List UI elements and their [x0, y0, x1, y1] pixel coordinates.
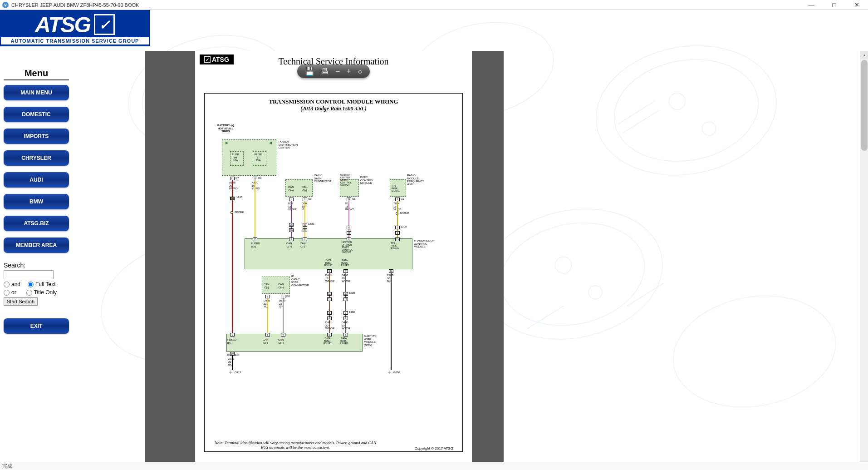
svg-point-12	[669, 93, 685, 109]
splice-sp2284	[230, 211, 233, 214]
start-search-button[interactable]: Start Search	[4, 297, 38, 306]
member-area-button[interactable]: MEMBER AREA	[4, 237, 69, 253]
svg-line-18	[527, 306, 564, 329]
logo-text: ATSG ✓	[35, 12, 115, 37]
fulltext-radio[interactable]	[28, 282, 34, 287]
copyright: Copyright © 2017 ATSG	[415, 446, 453, 450]
diagram-title: TRANSMISSION CONTROL MODULE WIRING	[208, 98, 459, 105]
diagram-subtitle: (2013 Dodge Ram 1500 3.6L)	[208, 105, 459, 112]
scroll-up-icon[interactable]: ▴	[860, 51, 868, 59]
window-controls: — ◻ ✕	[802, 1, 866, 8]
domestic-button[interactable]: DOMESTIC	[4, 107, 69, 122]
svg-line-19	[627, 283, 663, 306]
maximize-button[interactable]: ◻	[825, 1, 843, 8]
imports-button[interactable]: IMPORTS	[4, 129, 69, 144]
checkmark-icon: ✓	[204, 56, 211, 63]
or-radio[interactable]	[4, 290, 10, 296]
and-radio[interactable]	[4, 282, 10, 287]
search-input[interactable]	[4, 270, 54, 279]
pdf-toolbar: 💾 🖶 − + ⟐	[297, 64, 370, 78]
svg-point-14	[555, 257, 572, 273]
zoom-in-icon[interactable]: +	[347, 67, 352, 76]
title-bar: V CHRYSLER JEEP AUDI BMW ZF8HP45-55-70-9…	[0, 0, 868, 10]
svg-line-17	[623, 110, 659, 133]
doc-brand-badge: ✓ ATSG	[200, 54, 234, 64]
svg-point-15	[588, 286, 602, 299]
svg-line-16	[618, 101, 654, 124]
ground-icon: ⏚	[229, 369, 232, 374]
titleonly-radio[interactable]	[26, 290, 32, 296]
wire-yellow	[255, 180, 255, 238]
svg-point-4	[606, 49, 766, 173]
print-icon[interactable]: 🖶	[321, 67, 329, 76]
document-viewer: ✓ ATSG Technical Service Information 💾 🖶…	[145, 51, 504, 469]
brand-logo: ATSG ✓ AUTOMATIC TRANSMISSION SERVICE GR…	[0, 10, 150, 46]
search-section: Search: and Full Text or Title Only Star…	[4, 262, 69, 306]
search-label: Search:	[4, 262, 69, 269]
audi-button[interactable]: AUDI	[4, 172, 69, 188]
content-area: ✓ ATSG Technical Service Information 💾 🖶…	[73, 10, 868, 470]
wire-red	[232, 180, 233, 334]
status-bar: 完成	[0, 462, 868, 470]
doc-left-margin	[145, 51, 195, 469]
close-button[interactable]: ✕	[848, 1, 866, 8]
pdc-label: POWER DISTRIBUTION CENTER	[279, 140, 298, 149]
doc-right-margin	[472, 51, 504, 469]
vertical-scrollbar[interactable]: ▴ ▾	[860, 51, 868, 469]
atsg-biz-button[interactable]: ATSG.BIZ	[4, 216, 69, 231]
menu-heading: Menu	[4, 68, 69, 80]
scroll-thumb[interactable]	[861, 60, 868, 151]
main-menu-button[interactable]: MAIN MENU	[4, 85, 69, 100]
app-icon: V	[2, 2, 9, 8]
wiring-diagram: BATTERY (+) HOT AT ALL TIMES POWER DISTR…	[208, 116, 459, 434]
window-title: CHRYSLER JEEP AUDI BMW ZF8HP45-55-70-90 …	[11, 2, 139, 8]
exit-button[interactable]: EXIT	[4, 318, 69, 334]
svg-point-8	[664, 283, 844, 419]
zoom-out-icon[interactable]: −	[335, 67, 340, 76]
diagram-note: Note: Terminal identification will vary …	[214, 440, 377, 450]
ground-icon: ⏚	[388, 369, 391, 374]
acrobat-icon[interactable]: ⟐	[358, 67, 363, 76]
bmw-button[interactable]: BMW	[4, 194, 69, 209]
wiring-diagram-box: TRANSMISSION CONTROL MODULE WIRING (2013…	[204, 93, 463, 452]
svg-point-7	[491, 210, 654, 338]
logo-subtitle: AUTOMATIC TRANSMISSION SERVICE GROUP	[1, 37, 149, 45]
battery-label: BATTERY (+) HOT AT ALL TIMES	[217, 124, 234, 133]
sidebar: Menu MAIN MENU DOMESTIC IMPORTS CHRYSLER…	[0, 10, 73, 470]
svg-point-3	[586, 32, 787, 189]
checkmark-icon: ✓	[94, 14, 115, 35]
chrysler-button[interactable]: CHRYSLER	[4, 150, 69, 166]
svg-point-13	[702, 122, 716, 135]
document-page: ✓ ATSG Technical Service Information 💾 🖶…	[195, 51, 472, 469]
save-icon[interactable]: 💾	[304, 66, 314, 76]
minimize-button[interactable]: —	[802, 1, 820, 8]
